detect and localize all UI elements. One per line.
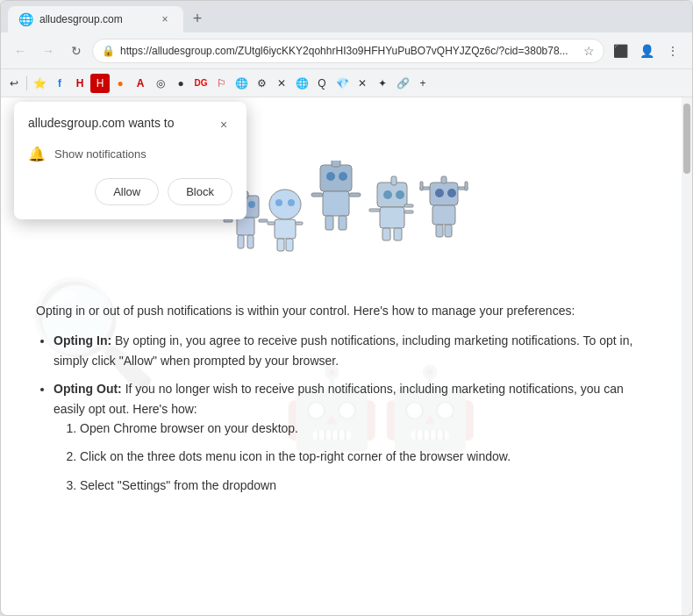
toolbar-icon-cross[interactable]: ✕ [272, 74, 291, 93]
toolbar-icon-x[interactable]: ✕ [353, 74, 372, 93]
svg-rect-35 [391, 176, 397, 185]
svg-rect-29 [380, 207, 404, 228]
svg-rect-25 [332, 161, 340, 167]
toolbar-icon-gear[interactable]: ⚙ [252, 74, 271, 93]
popup-permission: 🔔 Show notifications [28, 146, 232, 162]
toolbar-icon-web1[interactable]: 🌐 [232, 74, 251, 93]
svg-rect-33 [382, 228, 390, 240]
svg-point-28 [396, 190, 404, 199]
svg-rect-8 [247, 235, 254, 248]
toolbar-icon-h2[interactable]: H [90, 74, 110, 93]
allow-button[interactable]: Allow [95, 178, 159, 205]
toolbar-icon-a[interactable]: A [131, 74, 150, 93]
toolbar-bookmark-icon[interactable]: ⭐ [30, 74, 49, 93]
popup-close-button[interactable]: × [215, 116, 232, 133]
svg-rect-6 [259, 219, 268, 222]
bullet-1-title: Opting In: [54, 333, 111, 347]
tab-bar: 🌐 alludesgroup.com × + [1, 1, 692, 32]
bullet-2: Opting Out: If you no longer wish to rec… [54, 379, 657, 495]
popup-title: alludesgroup.com wants to [28, 116, 175, 130]
svg-point-27 [383, 190, 392, 199]
svg-rect-30 [369, 209, 380, 211]
browser-window: 🌐 alludesgroup.com × + ← → ↻ 🔒 https://a… [0, 0, 693, 616]
toolbar-icon-dg[interactable]: DG [191, 74, 211, 93]
step-2: Click on the three dots menu icon in the… [80, 447, 657, 466]
nav-actions: ⬛ 👤 ⋮ [608, 39, 685, 63]
svg-point-11 [288, 199, 295, 206]
toolbar-separator [26, 76, 27, 90]
reload-button[interactable]: ↻ [64, 39, 89, 63]
toolbar-icon-o[interactable]: ● [111, 74, 130, 93]
new-tab-button[interactable]: + [185, 6, 210, 31]
toolbar-icon-g[interactable]: ⚐ [211, 74, 231, 93]
toolbar-back-icon[interactable]: ↩ [4, 74, 24, 93]
svg-rect-14 [296, 222, 303, 225]
popup-header: alludesgroup.com wants to × [28, 116, 232, 133]
svg-point-38 [447, 189, 456, 197]
bullet-2-title: Opting Out: [54, 382, 122, 396]
svg-point-19 [339, 172, 347, 181]
back-button[interactable]: ← [8, 39, 32, 63]
svg-rect-1 [237, 218, 254, 235]
svg-rect-45 [445, 225, 452, 237]
svg-rect-16 [286, 239, 293, 251]
toolbar: ↩ ⭐ f H H ● A ◎ ● DG ⚐ 🌐 ⚙ ✕ 🌐 Q 💎 ✕ ✦ 🔗… [1, 69, 692, 97]
profile-button[interactable]: 👤 [634, 39, 659, 63]
robots-svg [215, 161, 478, 275]
svg-rect-15 [277, 239, 284, 251]
svg-rect-5 [224, 219, 232, 222]
toolbar-icon-h1[interactable]: H [70, 74, 89, 93]
toolbar-icon-circle[interactable]: ◎ [151, 74, 170, 93]
url-text: https://alludesgroup.com/ZUtgl6iycKKY2qo… [120, 45, 578, 57]
permission-text: Show notifications [54, 147, 146, 161]
bullet-1-text: By opting in, you agree to receive push … [54, 333, 632, 367]
svg-rect-34 [394, 228, 402, 240]
svg-point-37 [435, 189, 444, 197]
toolbar-icon-star[interactable]: ✦ [373, 74, 392, 93]
bookmark-icon[interactable]: ☆ [583, 44, 595, 58]
toolbar-icon-link[interactable]: 🔗 [393, 74, 412, 93]
step-3: Select "Settings" from the dropdown [80, 476, 657, 495]
bullet-list: Opting In: By opting in, you agree to re… [54, 331, 657, 495]
svg-rect-44 [436, 225, 443, 237]
toolbar-icon-web2[interactable]: 🌐 [292, 74, 311, 93]
scrollbar-thumb[interactable] [683, 104, 690, 174]
robots-illustration [215, 169, 478, 275]
toolbar-icon-diamond[interactable]: 💎 [332, 74, 352, 93]
nav-bar: ← → ↻ 🔒 https://alludesgroup.com/ZUtgl6i… [1, 32, 692, 69]
svg-rect-22 [349, 193, 361, 197]
notification-popup: alludesgroup.com wants to × 🔔 Show notif… [14, 102, 246, 219]
forward-button[interactable]: → [36, 39, 61, 63]
tab-close-button[interactable]: × [157, 11, 173, 27]
page-text: Opting in or out of push notifications i… [36, 301, 657, 495]
svg-rect-17 [320, 165, 352, 191]
scrollbar[interactable] [682, 97, 692, 615]
lock-icon: 🔒 [102, 45, 115, 57]
svg-rect-39 [432, 205, 455, 225]
toolbar-icon-q[interactable]: Q [312, 74, 332, 93]
svg-rect-7 [238, 235, 244, 248]
svg-point-18 [326, 172, 335, 181]
svg-rect-12 [275, 219, 296, 239]
address-bar[interactable]: 🔒 https://alludesgroup.com/ZUtgl6iycKKY2… [92, 39, 604, 63]
steps-list: Open Chrome browser on your desktop. Cli… [80, 419, 657, 495]
svg-rect-41 [420, 182, 423, 190]
svg-point-10 [275, 199, 282, 206]
block-button[interactable]: Block [168, 178, 232, 205]
svg-rect-43 [465, 182, 468, 190]
svg-rect-31 [404, 204, 413, 207]
svg-rect-20 [323, 191, 349, 216]
toolbar-icon-f[interactable]: f [50, 74, 69, 93]
active-tab[interactable]: 🌐 alludesgroup.com × [8, 6, 183, 32]
toolbar-icon-dot[interactable]: ● [171, 74, 190, 93]
tab-label: alludesgroup.com [39, 13, 123, 25]
tab-favicon: 🌐 [18, 12, 32, 26]
svg-rect-21 [311, 193, 323, 197]
toolbar-icon-plus[interactable]: + [413, 74, 432, 93]
bell-icon: 🔔 [28, 146, 46, 162]
extensions-button[interactable]: ⬛ [608, 39, 632, 63]
svg-rect-32 [404, 211, 413, 213]
menu-button[interactable]: ⋮ [661, 39, 685, 63]
bullet-2-text: If you no longer wish to receive push no… [54, 382, 624, 415]
svg-rect-23 [325, 216, 333, 230]
